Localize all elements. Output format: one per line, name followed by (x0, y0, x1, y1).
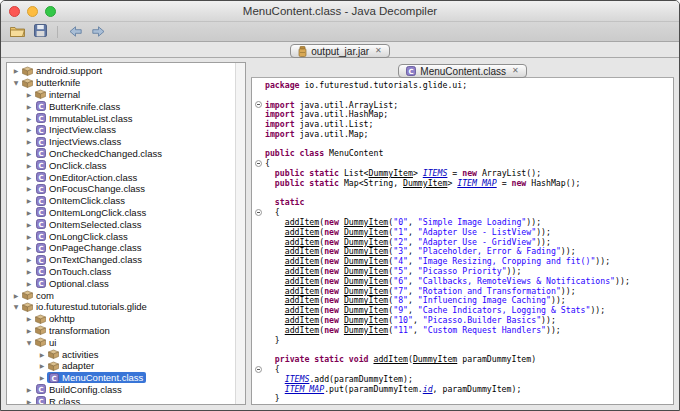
tree-item-injectviews-class[interactable]: ▶CInjectViews.class (9, 136, 233, 148)
tab-output-jar[interactable]: output_jar.jar ✕ (290, 44, 390, 58)
chevron-right-icon[interactable]: ▶ (24, 280, 34, 287)
chevron-down-icon[interactable]: ▼ (11, 79, 21, 86)
code-symbol-link[interactable]: addItem (285, 325, 320, 335)
tree-item-activities[interactable]: ▶activities (9, 348, 233, 360)
chevron-right-icon[interactable]: ▶ (11, 292, 21, 299)
code-symbol-link[interactable]: DummyItem (369, 168, 413, 178)
tree-item-onfocuschange-class[interactable]: ▶COnFocusChange.class (9, 183, 233, 195)
minimize-button[interactable] (27, 6, 38, 17)
forward-button[interactable] (89, 24, 107, 40)
tree-item-internal[interactable]: ▶internal (9, 89, 233, 101)
title-bar[interactable]: MenuContent.class - Java Decompiler (1, 1, 679, 22)
code-symbol-link[interactable]: addItem (285, 217, 320, 227)
tree-item-adapter[interactable]: ▶adapter (9, 360, 233, 372)
code-editor[interactable]: package io.futurestud.tutorials.glide.ui… (251, 78, 674, 405)
chevron-right-icon[interactable]: ▶ (24, 315, 34, 322)
code-symbol-link[interactable]: ITEMS (285, 374, 310, 384)
tree-item-onitemselected-class[interactable]: ▶COnItemSelected.class (9, 218, 233, 230)
save-all-button[interactable] (31, 24, 49, 40)
tree-item-ui[interactable]: ▼ui (9, 336, 233, 348)
code-symbol-link[interactable]: DummyItem (344, 276, 388, 286)
chevron-right-icon[interactable]: ▶ (37, 374, 47, 381)
tree-item-com[interactable]: ▶com (9, 289, 233, 301)
code-symbol-link[interactable]: DummyItem (344, 305, 388, 315)
tree-item-io-futurestud-tutorials-glide[interactable]: ▼io.futurestud.tutorials.glide (9, 301, 233, 313)
chevron-right-icon[interactable]: ▶ (24, 91, 34, 98)
chevron-right-icon[interactable]: ▶ (24, 327, 34, 334)
code-symbol-link[interactable]: DummyItem (344, 286, 388, 296)
chevron-right-icon[interactable]: ▶ (24, 197, 34, 204)
tree-item-immutablelist-class[interactable]: ▶CImmutableList.class (9, 112, 233, 124)
code-symbol-link[interactable]: addItem (285, 295, 320, 305)
code-symbol-link[interactable]: addItem (285, 276, 320, 286)
tree-item-r-class[interactable]: ▶CR.class (9, 395, 233, 405)
chevron-right-icon[interactable]: ▶ (24, 386, 34, 393)
code-symbol-link[interactable]: DummyItem (344, 227, 388, 237)
tab-menucontent-class[interactable]: C MenuContent.class ✕ (398, 64, 526, 78)
tree-item-oneditoraction-class[interactable]: ▶COnEditorAction.class (9, 171, 233, 183)
tree-scrollbar[interactable] (235, 63, 245, 404)
chevron-right-icon[interactable]: ▶ (24, 115, 34, 122)
close-icon[interactable]: ✕ (375, 47, 382, 55)
chevron-right-icon[interactable]: ▶ (37, 362, 47, 369)
tree-item-onitemlongclick-class[interactable]: ▶COnItemLongClick.class (9, 207, 233, 219)
chevron-right-icon[interactable]: ▶ (24, 244, 34, 251)
tree-item-onclick-class[interactable]: ▶COnClick.class (9, 159, 233, 171)
code-symbol-link[interactable]: addItem (285, 227, 320, 237)
chevron-down-icon[interactable]: ▼ (24, 339, 34, 346)
tree-item-onitemclick-class[interactable]: ▶COnItemClick.class (9, 195, 233, 207)
code-symbol-link[interactable]: id (423, 384, 433, 394)
chevron-right-icon[interactable]: ▶ (24, 185, 34, 192)
tree-item-injectview-class[interactable]: ▶CInjectView.class (9, 124, 233, 136)
code-symbol-link[interactable]: ITEM_MAP (285, 384, 324, 394)
close-button[interactable] (9, 6, 20, 17)
tree-item-transformation[interactable]: ▶transformation (9, 325, 233, 337)
code-symbol-link[interactable]: DummyItem (344, 237, 388, 247)
code-symbol-link[interactable]: DummyItem (344, 325, 388, 335)
fold-collapse-icon[interactable] (252, 209, 265, 216)
chevron-right-icon[interactable]: ▶ (24, 162, 34, 169)
code-symbol-link[interactable]: DummyItem (344, 217, 388, 227)
chevron-right-icon[interactable]: ▶ (24, 174, 34, 181)
chevron-right-icon[interactable]: ▶ (24, 138, 34, 145)
tree-item-optional-class[interactable]: ▶COptional.class (9, 277, 233, 289)
code-symbol-link[interactable]: DummyItem (344, 256, 388, 266)
tree-item-onlongclick-class[interactable]: ▶COnLongClick.class (9, 230, 233, 242)
close-icon[interactable]: ✕ (512, 67, 519, 75)
tree-item-buildconfig-class[interactable]: ▶CBuildConfig.class (9, 384, 233, 396)
chevron-down-icon[interactable]: ▼ (11, 303, 21, 310)
tree-item-okhttp[interactable]: ▶okhttp (9, 313, 233, 325)
chevron-right-icon[interactable]: ▶ (24, 268, 34, 275)
chevron-right-icon[interactable]: ▶ (24, 126, 34, 133)
code-symbol-link[interactable]: DummyItem (344, 315, 388, 325)
chevron-right-icon[interactable]: ▶ (24, 150, 34, 157)
fold-collapse-icon[interactable] (252, 366, 265, 373)
chevron-right-icon[interactable]: ▶ (11, 67, 21, 74)
tree-item-ontextchanged-class[interactable]: ▶COnTextChanged.class (9, 254, 233, 266)
tree-item-android-support[interactable]: ▶android.support (9, 65, 233, 77)
code-symbol-link[interactable]: addItem (285, 246, 320, 256)
code-symbol-link[interactable]: addItem (285, 256, 320, 266)
code-symbol-link[interactable]: ITEMS (423, 168, 448, 178)
code-symbol-link[interactable]: addItem (285, 237, 320, 247)
code-symbol-link[interactable]: DummyItem (403, 178, 447, 188)
tree-item-butterknife-class[interactable]: ▶CButterKnife.class (9, 100, 233, 112)
tree-item-menucontent-class[interactable]: ▶CMenuContent.class (9, 372, 233, 384)
tree-item-butterknife[interactable]: ▼butterknife (9, 77, 233, 89)
code-symbol-link[interactable]: addItem (285, 286, 320, 296)
code-symbol-link[interactable]: addItem (285, 315, 320, 325)
open-file-button[interactable] (8, 24, 26, 40)
code-symbol-link[interactable]: DummyItem (344, 246, 388, 256)
code-symbol-link[interactable]: DummyItem (344, 266, 388, 276)
chevron-right-icon[interactable]: ▶ (37, 351, 47, 358)
code-symbol-link[interactable]: addItem (285, 266, 320, 276)
code-symbol-link[interactable]: addItem (285, 305, 320, 315)
chevron-right-icon[interactable]: ▶ (24, 233, 34, 240)
chevron-right-icon[interactable]: ▶ (24, 256, 34, 263)
back-button[interactable] (66, 24, 84, 40)
tree-item-ontouch-class[interactable]: ▶COnTouch.class (9, 266, 233, 278)
code-symbol-link[interactable]: addItem (373, 354, 408, 364)
chevron-right-icon[interactable]: ▶ (24, 398, 34, 405)
chevron-right-icon[interactable]: ▶ (24, 103, 34, 110)
fold-collapse-icon[interactable] (252, 101, 265, 108)
